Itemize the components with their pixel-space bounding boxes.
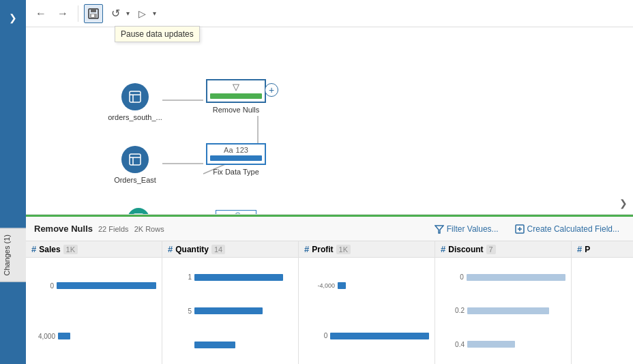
node-transform3[interactable]: 🔗 — [202, 210, 270, 214]
col-profit: # Profit 1K -4,000 0 — [299, 241, 435, 364]
svg-rect-1 — [91, 9, 96, 12]
col-p: # P — [572, 241, 633, 364]
data-grid[interactable]: # Sales 1K 0 4,000 — [26, 241, 633, 364]
sales-bar-1: 4,000 — [31, 333, 156, 340]
toolbar: ← → ↺ ▾ ▷ ▾ Pause data updates — [26, 0, 633, 27]
bar-fill — [467, 307, 549, 314]
col-discount-type: # — [441, 244, 445, 254]
panel-rows: 2K Rows — [134, 225, 164, 233]
qty-bar-0: 1 — [168, 273, 293, 281]
play-btn-group: ▷ ▾ — [132, 4, 156, 23]
node3-icon — [128, 208, 149, 214]
profit-bar-0: -4,000 — [304, 282, 429, 289]
col-p-name: P — [585, 245, 590, 254]
col-discount-count: 7 — [486, 245, 496, 254]
node-3[interactable] — [111, 208, 166, 214]
col-sales-count: 1K — [63, 245, 78, 254]
panel-right-arrow[interactable]: ❯ — [619, 198, 628, 209]
panel-toolbar: Remove Nulls 22 Fields 2K Rows Filter Va… — [26, 217, 633, 241]
col-discount-header: # Discount 7 — [435, 241, 571, 258]
svg-rect-12 — [130, 154, 141, 165]
sidebar-collapse-btn[interactable]: ❯ — [5, 8, 21, 27]
col-profit-header: # Profit 1K — [299, 241, 435, 258]
col-quantity-header: # Quantity 14 — [162, 241, 298, 258]
col-discount-chart: 0 0.2 0.4 — [435, 258, 571, 364]
filter-values-btn[interactable]: Filter Values... — [429, 222, 504, 236]
col-quantity-type: # — [168, 244, 173, 254]
discount-bar-0: 0 — [441, 273, 565, 281]
orders-east-icon — [121, 146, 149, 173]
save-icon — [87, 7, 100, 20]
bar-fill — [58, 333, 70, 339]
col-quantity: # Quantity 14 1 5 — [162, 241, 299, 364]
pause-tooltip: Pause data updates — [115, 26, 200, 42]
node-fix-data-type[interactable]: Aa 123 Fix Data Type — [202, 143, 270, 176]
play-dropdown-arrow[interactable]: ▾ — [153, 10, 156, 17]
flow-canvas[interactable]: orders_south_... ▽ Remove Nulls + Orders… — [26, 27, 633, 214]
filter-icon: ▽ — [209, 82, 263, 92]
col-profit-count: 1K — [336, 245, 351, 254]
col-sales-type: # — [31, 244, 36, 254]
col-sales-header: # Sales 1K — [26, 241, 162, 258]
panel-title: Remove Nulls — [34, 224, 93, 234]
panel-fields: 22 Fields — [98, 225, 129, 233]
orders-south-icon — [121, 83, 149, 110]
refresh-btn-group: ↺ ▾ — [106, 4, 130, 23]
svg-rect-3 — [91, 14, 94, 17]
bar-fill — [338, 282, 346, 289]
main-content: ← → ↺ ▾ ▷ ▾ Pause data updates — [26, 0, 633, 364]
col-quantity-chart: 1 5 — [162, 258, 298, 364]
bar-fill — [57, 282, 156, 289]
col-quantity-name: Quantity — [175, 245, 209, 254]
bar-fill — [194, 274, 283, 281]
bar-fill — [330, 333, 429, 339]
filter-icon-btn — [435, 224, 444, 234]
col-sales: # Sales 1K 0 4,000 — [26, 241, 162, 364]
svg-marker-17 — [435, 226, 443, 233]
col-profit-name: Profit — [312, 245, 333, 254]
svg-rect-9 — [130, 91, 141, 102]
qty-bar-1: 5 — [168, 307, 293, 315]
remove-nulls-bar — [210, 93, 262, 99]
col-quantity-count: 14 — [211, 245, 225, 254]
back-button[interactable]: ← — [31, 4, 50, 23]
bar-fill — [467, 341, 515, 348]
refresh-dropdown-arrow[interactable]: ▾ — [126, 10, 130, 17]
col-p-header: # P — [572, 241, 633, 258]
col-p-chart — [572, 258, 633, 364]
source-icon — [128, 89, 143, 104]
col-discount: # Discount 7 0 0.2 0.4 — [435, 241, 572, 364]
orders-east-label: Orders_East — [114, 176, 156, 184]
orders-south-label: orders_south_... — [108, 113, 162, 121]
col-sales-chart: 0 4,000 — [26, 258, 162, 364]
add-after-remove-nulls[interactable]: + — [265, 83, 278, 97]
node-orders-east[interactable]: Orders_East — [108, 146, 162, 184]
col-sales-name: Sales — [39, 245, 60, 254]
calc-icon — [515, 224, 525, 234]
node-orders-south[interactable]: orders_south_... — [108, 83, 162, 121]
play-button[interactable]: ▷ — [132, 4, 151, 23]
remove-nulls-label: Remove Nulls — [213, 106, 259, 114]
bar-fill — [194, 342, 235, 348]
toolbar-separator-1 — [78, 5, 78, 22]
sales-bar-0: 0 — [31, 282, 156, 290]
sidebar: ❯ Changes (1) — [0, 0, 26, 364]
discount-bar-1: 0.2 — [441, 307, 565, 314]
discount-bar-2: 0.4 — [441, 341, 565, 348]
changes-panel-toggle[interactable]: Changes (1) — [0, 228, 26, 282]
fix-data-type-icons: Aa 123 — [209, 146, 263, 154]
fix-data-type-label: Fix Data Type — [213, 168, 259, 176]
col-profit-type: # — [304, 244, 309, 254]
node-remove-nulls[interactable]: ▽ Remove Nulls + — [202, 79, 270, 114]
create-calc-field-btn[interactable]: Create Calculated Field... — [510, 222, 625, 236]
qty-bar-2 — [168, 342, 293, 348]
col-discount-name: Discount — [448, 245, 483, 254]
fix-data-type-bar — [210, 155, 262, 161]
source-icon-3 — [133, 213, 144, 214]
save-button[interactable] — [84, 4, 103, 23]
forward-button[interactable]: → — [53, 4, 72, 23]
refresh-button[interactable]: ↺ — [106, 4, 125, 23]
bar-fill — [467, 274, 565, 281]
link-icon: 🔗 — [218, 212, 254, 214]
source-icon-east — [128, 152, 143, 167]
